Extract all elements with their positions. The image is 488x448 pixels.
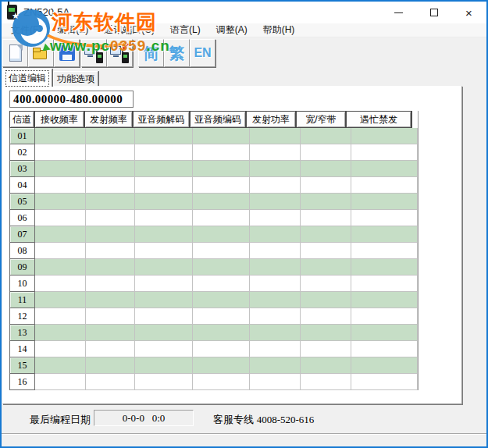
- channel-number-cell[interactable]: 02: [9, 144, 35, 161]
- grid-cell[interactable]: [250, 210, 301, 226]
- channel-number-cell[interactable]: 08: [9, 243, 35, 259]
- channel-number-cell[interactable]: 05: [9, 194, 35, 210]
- channel-number-cell[interactable]: 03: [9, 161, 35, 177]
- grid-cell[interactable]: [35, 243, 86, 259]
- channel-number-cell[interactable]: 13: [9, 325, 35, 341]
- grid-cell[interactable]: [301, 259, 351, 276]
- grid-cell[interactable]: [135, 144, 193, 161]
- grid-cell[interactable]: [35, 144, 86, 161]
- grid-cell[interactable]: [35, 341, 86, 357]
- grid-cell[interactable]: [135, 194, 193, 210]
- grid-cell[interactable]: [301, 357, 351, 374]
- grid-cell[interactable]: [86, 276, 135, 292]
- grid-cell[interactable]: [250, 292, 301, 308]
- grid-cell[interactable]: [301, 276, 351, 292]
- tab-channel-edit[interactable]: 信道编辑: [2, 69, 52, 87]
- grid-cell[interactable]: [193, 341, 250, 357]
- menu-help[interactable]: 帮助(H): [255, 23, 303, 37]
- grid-cell[interactable]: [250, 374, 301, 390]
- grid-cell[interactable]: [301, 144, 351, 161]
- menu-comm-port[interactable]: 通讯端口(C): [96, 23, 162, 37]
- grid-cell[interactable]: [351, 177, 418, 194]
- grid-cell[interactable]: [351, 226, 418, 243]
- grid-cell[interactable]: [86, 226, 135, 243]
- grid-cell[interactable]: [301, 194, 351, 210]
- grid-cell[interactable]: [86, 308, 135, 325]
- grid-cell[interactable]: [351, 128, 418, 144]
- tab-options[interactable]: 功能选项: [53, 71, 98, 87]
- grid-cell[interactable]: [35, 128, 86, 144]
- grid-cell[interactable]: [250, 357, 301, 374]
- grid-cell[interactable]: [135, 177, 193, 194]
- grid-cell[interactable]: [135, 128, 193, 144]
- grid-cell[interactable]: [193, 276, 250, 292]
- grid-cell[interactable]: [351, 259, 418, 276]
- grid-cell[interactable]: [86, 325, 135, 341]
- grid-cell[interactable]: [135, 341, 193, 357]
- write-to-radio-button[interactable]: ↙: [107, 39, 133, 67]
- grid-cell[interactable]: [135, 243, 193, 259]
- grid-cell[interactable]: [86, 210, 135, 226]
- open-file-button[interactable]: [28, 39, 54, 67]
- grid-cell[interactable]: [193, 177, 250, 194]
- grid-cell[interactable]: [35, 308, 86, 325]
- grid-cell[interactable]: [301, 341, 351, 357]
- grid-cell[interactable]: [35, 226, 86, 243]
- grid-cell[interactable]: [193, 374, 250, 390]
- grid-cell[interactable]: [301, 325, 351, 341]
- grid-cell[interactable]: [135, 276, 193, 292]
- grid-cell[interactable]: [35, 194, 86, 210]
- read-from-radio-button[interactable]: ↘: [81, 39, 107, 67]
- grid-cell[interactable]: [193, 325, 250, 341]
- grid-cell[interactable]: [301, 226, 351, 243]
- channel-number-cell[interactable]: 06: [9, 210, 35, 226]
- grid-cell[interactable]: [351, 144, 418, 161]
- grid-cell[interactable]: [135, 374, 193, 390]
- grid-cell[interactable]: [35, 374, 86, 390]
- grid-cell[interactable]: [250, 259, 301, 276]
- grid-cell[interactable]: [301, 308, 351, 325]
- grid-cell[interactable]: [351, 210, 418, 226]
- grid-cell[interactable]: [86, 177, 135, 194]
- channel-number-cell[interactable]: 14: [9, 341, 35, 357]
- grid-cell[interactable]: [135, 292, 193, 308]
- grid-cell[interactable]: [86, 341, 135, 357]
- grid-cell[interactable]: [250, 226, 301, 243]
- channel-number-cell[interactable]: 12: [9, 308, 35, 325]
- grid-cell[interactable]: [193, 194, 250, 210]
- channel-number-cell[interactable]: 04: [9, 177, 35, 194]
- grid-cell[interactable]: [135, 226, 193, 243]
- grid-cell[interactable]: [35, 276, 86, 292]
- grid-cell[interactable]: [193, 243, 250, 259]
- grid-cell[interactable]: [250, 325, 301, 341]
- channel-number-cell[interactable]: 10: [9, 276, 35, 292]
- grid-cell[interactable]: [351, 308, 418, 325]
- grid-cell[interactable]: [193, 308, 250, 325]
- close-button[interactable]: ×: [451, 2, 486, 23]
- grid-cell[interactable]: [301, 161, 351, 177]
- channel-number-cell[interactable]: 07: [9, 226, 35, 243]
- grid-cell[interactable]: [86, 292, 135, 308]
- grid-cell[interactable]: [193, 210, 250, 226]
- grid-cell[interactable]: [301, 292, 351, 308]
- channel-number-cell[interactable]: 01: [9, 128, 35, 144]
- grid-cell[interactable]: [301, 243, 351, 259]
- grid-cell[interactable]: [193, 161, 250, 177]
- grid-cell[interactable]: [250, 243, 301, 259]
- grid-cell[interactable]: [193, 292, 250, 308]
- minimize-button[interactable]: [381, 2, 416, 23]
- grid-cell[interactable]: [351, 194, 418, 210]
- grid-cell[interactable]: [86, 243, 135, 259]
- grid-cell[interactable]: [86, 374, 135, 390]
- grid-cell[interactable]: [86, 357, 135, 374]
- simplified-chinese-button[interactable]: 简: [138, 39, 164, 67]
- channel-number-cell[interactable]: 15: [9, 357, 35, 374]
- new-file-button[interactable]: [2, 39, 28, 67]
- maximize-button[interactable]: [416, 2, 451, 23]
- grid-cell[interactable]: [86, 259, 135, 276]
- grid-cell[interactable]: [193, 128, 250, 144]
- menu-language[interactable]: 语言(L): [162, 23, 208, 37]
- grid-cell[interactable]: [35, 292, 86, 308]
- grid-cell[interactable]: [35, 357, 86, 374]
- grid-cell[interactable]: [35, 177, 86, 194]
